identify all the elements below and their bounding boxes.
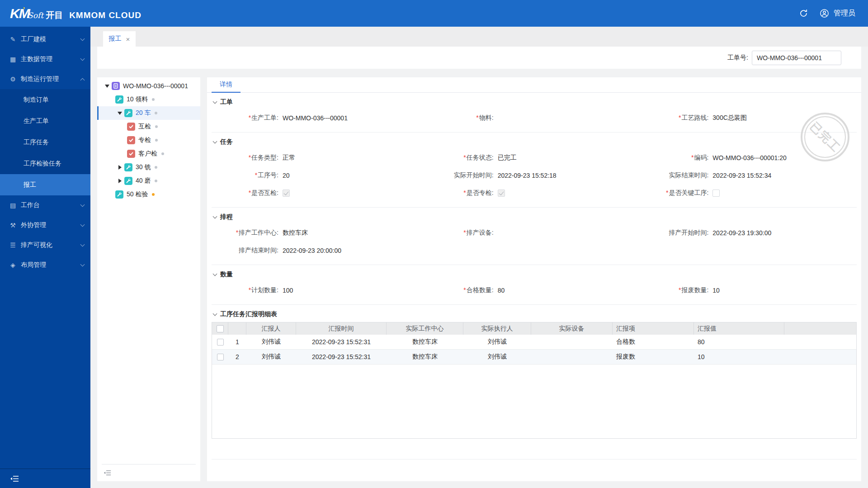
sidebar-item-label: 布局管理 <box>21 261 81 269</box>
clipboard-icon: ▤ <box>9 202 17 209</box>
detail-panel: 详情 已完工 工单 *生产工单: WO-MMO-036---00001 <box>207 77 861 481</box>
section-title: 工单 <box>220 98 233 106</box>
sidebar-item-label: 制造运行管理 <box>21 75 81 83</box>
table-row[interactable]: 2 刘伟诚 2022-09-23 15:52:31 数控车床 刘伟诚 报废数 1… <box>212 350 856 365</box>
sidebar-item-operation-task[interactable]: 工序任务 <box>0 132 90 153</box>
field-value: 100 <box>283 287 293 294</box>
col-actual-device: 实际设备 <box>531 322 613 335</box>
table-row[interactable]: 1 刘伟诚 2022-09-23 15:52:31 数控车床 刘伟诚 合格数 8… <box>212 335 856 350</box>
field-value: 2022-09-23 15:52:18 <box>498 172 557 179</box>
main-area: 报工 × 工单号: WO-MMO-036---00001 <box>90 27 868 488</box>
query-toolbar: 工单号: <box>97 47 861 69</box>
section-schedule: 排程 *排产工作中心: 数控车床 *排产设备: 排产开始时间: <box>212 208 857 265</box>
section-title: 排程 <box>220 213 233 221</box>
col-report-item: 汇报项 <box>613 322 694 335</box>
select-all-checkbox[interactable] <box>217 325 224 332</box>
sidebar-item-factory-modeling[interactable]: ✎ 工厂建模 <box>0 29 90 49</box>
section-schedule-header[interactable]: 排程 <box>212 210 857 224</box>
tab-work-report[interactable]: 报工 × <box>103 31 136 47</box>
tree-node-special-inspection[interactable]: 专检 <box>97 133 200 147</box>
tree-node-20-lathe[interactable]: 20 车 <box>97 106 200 120</box>
field-label: 合格数量: <box>467 286 494 294</box>
tree-node-10-picking[interactable]: 10 领料 <box>97 93 200 106</box>
sidebar-item-production-workorder[interactable]: 生产工单 <box>0 110 90 132</box>
tree-node-label: WO-MMO-036---00001 <box>123 82 188 90</box>
row-checkbox[interactable] <box>217 339 224 346</box>
chevron-down-icon <box>80 37 85 41</box>
workorder-doc-icon <box>112 82 120 90</box>
tree-node-40-grinding[interactable]: 40 磨 <box>97 174 200 188</box>
col-index <box>228 322 246 335</box>
sidebar-item-master-data[interactable]: ▦ 主数据管理 <box>0 49 90 69</box>
field-qualified-qty: *合格数量: 80 <box>427 281 642 299</box>
tree-node-root[interactable]: WO-MMO-036---00001 <box>97 79 200 93</box>
caret-down-icon[interactable] <box>115 112 124 115</box>
collapse-sidebar-icon[interactable] <box>10 475 19 482</box>
sidebar-subitem-label: 制造订单 <box>24 96 49 104</box>
field-value: 正常 <box>283 154 295 162</box>
completed-stamp: 已完工 <box>801 113 849 161</box>
section-task-header[interactable]: 任务 <box>212 135 857 149</box>
section-bottom-spacer <box>212 439 857 460</box>
field-special-inspection-flag: *是否专检: <box>427 184 642 202</box>
page-tabstrip: 报工 × <box>90 27 868 47</box>
list-icon: ☰ <box>9 242 17 249</box>
sidebar-item-operation-inspection-task[interactable]: 工序检验任务 <box>0 153 90 174</box>
required-mark: * <box>679 114 681 121</box>
pencil-icon: ✎ <box>9 36 17 43</box>
section-workorder-header[interactable]: 工单 <box>212 95 857 109</box>
field-value: 数控车床 <box>283 229 308 237</box>
stamp-text: 已完工 <box>807 119 844 156</box>
checkbox-checked-disabled[interactable] <box>283 190 290 197</box>
workorder-no-input[interactable] <box>752 51 841 65</box>
row-checkbox[interactable] <box>217 354 224 360</box>
field-value: 300C总装图 <box>712 114 746 122</box>
field-value: WO-MMO-036---00001:20 <box>712 154 786 161</box>
tree-node-50-inspection[interactable]: 50 检验 <box>97 188 200 201</box>
sidebar-item-workbench[interactable]: ▤ 工作台 <box>0 195 90 215</box>
user-menu[interactable]: 管理员 <box>820 9 855 18</box>
section-report-detail-header[interactable]: 工序任务汇报明细表 <box>212 308 857 321</box>
inspection-check-icon <box>127 123 135 131</box>
field-scheduled-start-time: 排产开始时间: 2022-09-23 19:30:00 <box>642 224 857 242</box>
tab-label: 详情 <box>220 81 232 89</box>
refresh-icon[interactable] <box>799 9 808 18</box>
required-mark: * <box>666 189 668 196</box>
sidebar-item-outsourcing[interactable]: ⚒ 外协管理 <box>0 215 90 235</box>
field-operation-no: *工序号: 20 <box>212 166 427 184</box>
workorder-tree-panel: WO-MMO-036---00001 10 领料 20 车 <box>97 77 200 481</box>
sidebar-subitem-label: 工序检验任务 <box>24 160 61 168</box>
sidebar-item-manufacturing-ops[interactable]: ⚙ 制造运行管理 <box>0 69 90 89</box>
field-value: 20 <box>283 172 290 179</box>
tree-node-customer-inspection[interactable]: 客户检 <box>97 147 200 161</box>
tree-node-mutual-inspection[interactable]: 互检 <box>97 120 200 133</box>
required-mark: * <box>249 286 251 294</box>
sidebar-item-manufacturing-order[interactable]: 制造订单 <box>0 89 90 110</box>
caret-right-icon[interactable] <box>115 165 124 170</box>
field-value: 2022-09-23 15:52:34 <box>712 172 771 179</box>
tree-node-label: 50 检验 <box>127 190 148 199</box>
cube-icon: ◈ <box>9 261 17 269</box>
caret-right-icon[interactable] <box>115 179 124 183</box>
close-icon[interactable]: × <box>126 35 130 43</box>
sidebar-item-work-report[interactable]: 报工 <box>0 174 90 195</box>
field-scrap-qty: *报废数量: 10 <box>642 281 857 299</box>
logo-kaimu-text: 开目 <box>46 9 63 21</box>
sidebar-item-scheduling-visualization[interactable]: ☰ 排产可视化 <box>0 235 90 255</box>
cell-actual-work-center: 数控车床 <box>387 335 463 349</box>
sidebar-item-label: 排产可视化 <box>21 241 81 249</box>
tab-details[interactable]: 详情 <box>212 77 241 93</box>
sidebar-item-label: 外协管理 <box>21 221 81 229</box>
field-value: WO-MMO-036---00001 <box>283 114 348 122</box>
status-dot-gray <box>155 112 157 114</box>
tree-node-label: 40 磨 <box>136 177 151 185</box>
collapse-tree-icon[interactable] <box>104 470 111 476</box>
caret-down-icon[interactable] <box>103 85 112 88</box>
section-quantity-header[interactable]: 数量 <box>212 268 857 281</box>
tree-node-30-milling[interactable]: 30 铣 <box>97 161 200 174</box>
checkbox-checked-disabled[interactable] <box>498 190 505 197</box>
sidebar-item-layout-management[interactable]: ◈ 布局管理 <box>0 255 90 275</box>
field-label: 报废数量: <box>681 286 708 294</box>
operation-wrench-icon <box>124 163 132 171</box>
checkbox-unchecked[interactable] <box>712 190 720 197</box>
